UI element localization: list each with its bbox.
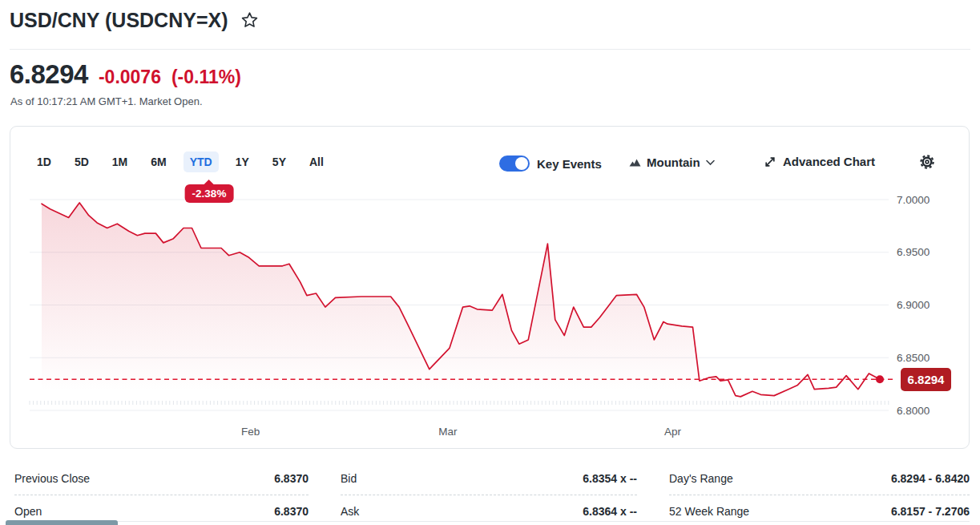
range-tab-5d[interactable]: 5D <box>68 151 95 172</box>
range-tab-1d[interactable]: 1D <box>30 151 58 172</box>
stat-days-range: Day's Range 6.8294 - 6.8420 <box>669 462 970 495</box>
stat-value: 6.8294 - 6.8420 <box>891 472 970 485</box>
stat-label: Day's Range <box>669 472 733 485</box>
expand-icon <box>764 155 776 168</box>
svg-text:6.8000: 6.8000 <box>897 405 930 417</box>
current-price: 6.8294 <box>10 59 88 90</box>
stat-value: 6.8354 x -- <box>583 472 637 485</box>
range-tab-1y[interactable]: 1Y <box>229 151 256 172</box>
stat-bid: Bid 6.8354 x -- <box>341 462 637 495</box>
chevron-down-icon <box>706 160 715 166</box>
stat-label: 52 Week Range <box>669 505 749 518</box>
key-events-label: Key Events <box>537 157 602 171</box>
stat-label: Previous Close <box>14 472 90 485</box>
header-divider <box>10 49 970 50</box>
range-tab-ytd[interactable]: YTD <box>183 151 219 172</box>
svg-text:6.8500: 6.8500 <box>897 352 930 364</box>
stat-value: 6.8370 <box>274 505 309 518</box>
svg-text:7.0000: 7.0000 <box>897 194 930 206</box>
svg-text:6.9500: 6.9500 <box>897 246 930 258</box>
advanced-chart-button[interactable]: Advanced Chart <box>764 155 875 168</box>
as-of-timestamp: As of 10:17:21 AM GMT+1. Market Open. <box>10 95 203 107</box>
chart-type-label: Mountain <box>647 155 700 169</box>
stat-value: 6.8157 - 7.2706 <box>891 505 970 518</box>
price-row: 6.8294 -0.0076 (-0.11%) <box>10 59 241 90</box>
stat-label: Bid <box>341 472 357 485</box>
chart-card: 1D 5D 1M 6M YTD 1Y 5Y All -2.38% Key Eve… <box>10 126 970 449</box>
stat-value: 6.8364 x -- <box>583 505 637 518</box>
range-tab-1m[interactable]: 1M <box>106 151 134 172</box>
key-events-toggle[interactable] <box>499 155 530 172</box>
range-change-badge: -2.38% <box>185 184 234 203</box>
advanced-chart-label: Advanced Chart <box>783 155 875 168</box>
bottom-divider <box>10 521 970 522</box>
price-change-percent: (-0.11%) <box>171 67 241 88</box>
range-tab-5y[interactable]: 5Y <box>266 151 292 172</box>
watchlist-star-icon[interactable] <box>240 11 259 30</box>
stat-label: Open <box>14 505 42 518</box>
symbol-title: USD/CNY (USDCNY=X) <box>10 9 228 32</box>
svg-text:Mar: Mar <box>438 426 458 438</box>
current-price-badge: 6.8294 <box>901 368 951 391</box>
stat-value: 6.8370 <box>274 472 309 485</box>
stat-label: Ask <box>341 505 359 518</box>
settings-gear-icon[interactable] <box>918 153 936 171</box>
quote-page: USD/CNY (USDCNY=X) 6.8294 -0.0076 (-0.11… <box>0 0 980 525</box>
mountain-icon <box>629 157 641 168</box>
quote-stats-table: Previous Close 6.8370 Bid 6.8354 x -- Da… <box>14 462 970 525</box>
chart-type-dropdown[interactable]: Mountain <box>629 155 715 169</box>
range-tab-all[interactable]: All <box>303 151 330 172</box>
svg-text:Feb: Feb <box>241 426 260 438</box>
toggle-knob <box>515 157 528 170</box>
quote-header: USD/CNY (USDCNY=X) <box>10 9 259 32</box>
bottom-widget-bar <box>6 520 118 525</box>
stat-previous-close: Previous Close 6.8370 <box>14 462 309 495</box>
svg-text:Apr: Apr <box>664 426 682 438</box>
range-tabs: 1D 5D 1M 6M YTD 1Y 5Y All <box>30 151 341 172</box>
price-chart[interactable]: 7.00006.95006.90006.85006.8000FebMarApr <box>10 189 969 439</box>
range-tab-6m[interactable]: 6M <box>144 151 172 172</box>
price-change: -0.0076 <box>99 67 161 88</box>
svg-text:6.9000: 6.9000 <box>897 299 930 311</box>
